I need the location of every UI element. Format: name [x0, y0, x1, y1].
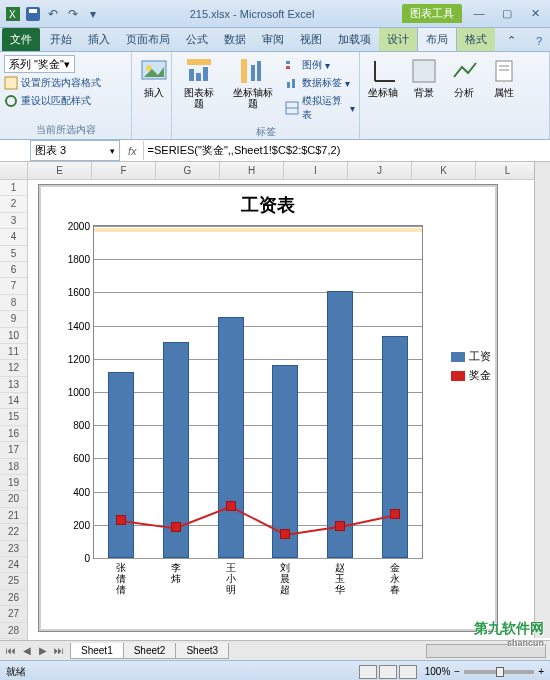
row-header[interactable]: 23 — [0, 541, 27, 557]
column-header[interactable]: E — [28, 162, 92, 179]
row-header[interactable]: 6 — [0, 262, 27, 278]
format-selection-button[interactable]: 设置所选内容格式 — [4, 75, 101, 91]
row-header[interactable]: 7 — [0, 278, 27, 294]
row-header[interactable]: 24 — [0, 557, 27, 573]
column-header[interactable]: L — [476, 162, 540, 179]
tab-formulas[interactable]: 公式 — [178, 28, 216, 51]
column-header[interactable]: F — [92, 162, 156, 179]
vertical-scrollbar[interactable] — [534, 162, 550, 638]
row-header[interactable]: 27 — [0, 606, 27, 622]
select-all[interactable] — [0, 162, 28, 179]
row-header[interactable]: 25 — [0, 573, 27, 589]
data-table-button[interactable]: 模拟运算表 ▾ — [285, 93, 355, 123]
column-header[interactable]: G — [156, 162, 220, 179]
save-icon[interactable] — [24, 5, 42, 23]
row-header[interactable]: 13 — [0, 377, 27, 393]
row-header[interactable]: 10 — [0, 328, 27, 344]
horizontal-scrollbar[interactable] — [426, 644, 546, 658]
tab-file[interactable]: 文件 — [2, 28, 40, 51]
tab-addins[interactable]: 加载项 — [330, 28, 379, 51]
sheet-prev-icon[interactable]: ◀ — [20, 645, 34, 656]
zoom-level[interactable]: 100% — [425, 666, 451, 677]
legend-item-line[interactable]: 奖金 — [451, 368, 491, 383]
insert-button[interactable]: 插入 — [136, 55, 172, 100]
bar[interactable] — [218, 317, 244, 558]
background-button[interactable]: 背景 — [406, 55, 442, 100]
reset-style-button[interactable]: 重设以匹配样式 — [4, 93, 91, 109]
sheet-first-icon[interactable]: ⏮ — [4, 645, 18, 656]
plot-area[interactable]: 0200400600800100012001400160018002000张倩倩… — [49, 225, 427, 583]
tab-insert[interactable]: 插入 — [80, 28, 118, 51]
fx-icon[interactable]: fx — [122, 145, 143, 157]
sheet-last-icon[interactable]: ⏭ — [52, 645, 66, 656]
row-header[interactable]: 18 — [0, 459, 27, 475]
tab-data[interactable]: 数据 — [216, 28, 254, 51]
zoom-thumb[interactable] — [496, 667, 504, 677]
line-marker[interactable] — [335, 521, 345, 531]
embedded-chart[interactable]: 工资表 020040060080010001200140016001800200… — [38, 184, 498, 632]
zoom-in-icon[interactable]: + — [538, 666, 544, 677]
column-header[interactable]: H — [220, 162, 284, 179]
zoom-out-icon[interactable]: − — [454, 666, 460, 677]
chart-element-dropdown[interactable]: 系列 "奖金"▾ — [4, 55, 75, 73]
chart-title[interactable]: 工资表 — [39, 185, 497, 221]
row-header[interactable]: 28 — [0, 623, 27, 639]
row-header[interactable]: 2 — [0, 196, 27, 212]
chart-legend[interactable]: 工资 奖金 — [451, 345, 491, 387]
row-header[interactable]: 8 — [0, 295, 27, 311]
tab-design[interactable]: 设计 — [379, 28, 417, 51]
help-icon[interactable]: ? — [528, 31, 550, 51]
line-marker[interactable] — [226, 501, 236, 511]
row-header[interactable]: 20 — [0, 491, 27, 507]
qat-dropdown-icon[interactable]: ▾ — [84, 5, 102, 23]
tab-layout[interactable]: 布局 — [417, 27, 457, 51]
cells-area[interactable]: 工资表 020040060080010001200140016001800200… — [28, 180, 550, 640]
tab-view[interactable]: 视图 — [292, 28, 330, 51]
axis-title-button[interactable]: 坐标轴标题 — [226, 55, 281, 111]
chart-title-button[interactable]: 图表标题 — [176, 55, 222, 111]
row-header[interactable]: 3 — [0, 213, 27, 229]
line-marker[interactable] — [116, 515, 126, 525]
minimize-icon[interactable]: — — [468, 7, 490, 20]
sheet-next-icon[interactable]: ▶ — [36, 645, 50, 656]
axes-button[interactable]: 坐标轴 — [364, 55, 402, 100]
tab-home[interactable]: 开始 — [42, 28, 80, 51]
restore-icon[interactable]: ▢ — [496, 7, 518, 20]
line-marker[interactable] — [390, 509, 400, 519]
bar[interactable] — [108, 372, 134, 558]
tab-review[interactable]: 审阅 — [254, 28, 292, 51]
column-header[interactable]: I — [284, 162, 348, 179]
sheet-tab[interactable]: Sheet1 — [70, 643, 124, 659]
row-header[interactable]: 26 — [0, 590, 27, 606]
bar[interactable] — [382, 336, 408, 558]
redo-icon[interactable]: ↷ — [64, 5, 82, 23]
row-header[interactable]: 12 — [0, 360, 27, 376]
row-header[interactable]: 14 — [0, 393, 27, 409]
row-header[interactable]: 19 — [0, 475, 27, 491]
row-header[interactable]: 11 — [0, 344, 27, 360]
row-header[interactable]: 4 — [0, 229, 27, 245]
row-header[interactable]: 22 — [0, 524, 27, 540]
normal-view-icon[interactable] — [359, 665, 377, 679]
formula-input[interactable]: =SERIES("奖金",,Sheet1!$C$2:$C$7,2) — [143, 141, 550, 160]
row-header[interactable]: 5 — [0, 246, 27, 262]
page-break-view-icon[interactable] — [399, 665, 417, 679]
bar[interactable] — [327, 291, 353, 558]
zoom-slider[interactable] — [464, 670, 534, 674]
page-layout-view-icon[interactable] — [379, 665, 397, 679]
name-box[interactable]: 图表 3▾ — [30, 140, 120, 161]
column-header[interactable]: K — [412, 162, 476, 179]
data-labels-button[interactable]: 数据标签 ▾ — [285, 75, 355, 91]
row-header[interactable]: 15 — [0, 409, 27, 425]
row-header[interactable]: 21 — [0, 508, 27, 524]
legend-button[interactable]: 图例 ▾ — [285, 57, 355, 73]
ribbon-minimize-icon[interactable]: ⌃ — [499, 30, 524, 51]
row-header[interactable]: 9 — [0, 311, 27, 327]
column-header[interactable]: J — [348, 162, 412, 179]
undo-icon[interactable]: ↶ — [44, 5, 62, 23]
line-marker[interactable] — [280, 529, 290, 539]
line-marker[interactable] — [171, 522, 181, 532]
sheet-tab[interactable]: Sheet3 — [175, 643, 229, 659]
tab-pagelayout[interactable]: 页面布局 — [118, 28, 178, 51]
properties-button[interactable]: 属性 — [486, 55, 522, 100]
